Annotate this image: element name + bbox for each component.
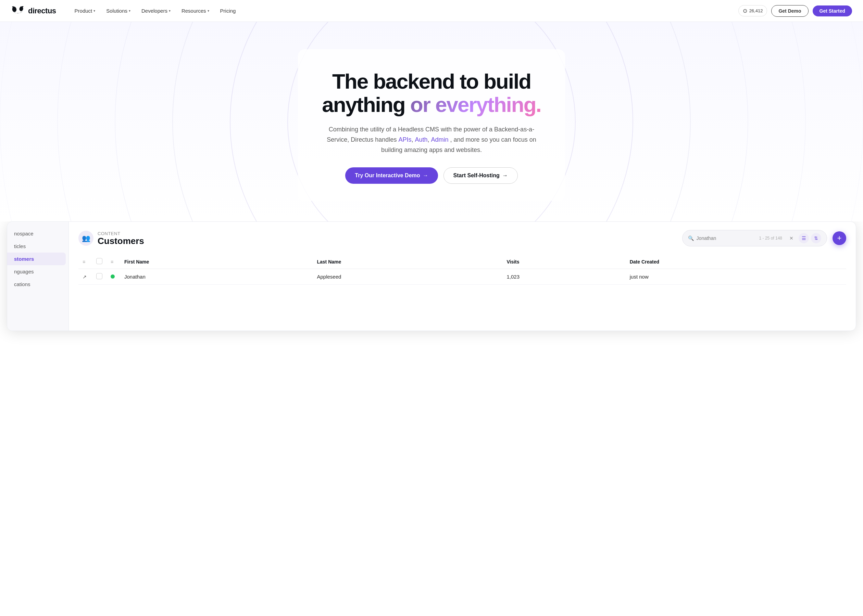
add-record-button[interactable]: + <box>833 231 846 245</box>
table-row[interactable]: ↗ Jonathan Appleseed 1,023 just now <box>79 269 846 285</box>
content-title: Customers <box>98 236 144 246</box>
nav-right: ⊙ 26,412 Get Demo Get Started <box>739 5 852 17</box>
sort-icon: ⇅ <box>814 236 818 241</box>
content-label: Content <box>98 231 144 236</box>
col-first-name[interactable]: First Name <box>120 255 313 269</box>
row-last-name: Appleseed <box>313 269 502 285</box>
col-date-created[interactable]: Date Created <box>626 255 846 269</box>
hero-buttons: Try Our Interactive Demo → Start Self-Ho… <box>318 167 545 184</box>
hero-title-gradient: or everything. <box>410 93 541 116</box>
col-drag: ≡ <box>79 255 92 269</box>
github-badge[interactable]: ⊙ 26,412 <box>739 5 767 16</box>
col-checkbox[interactable] <box>92 255 107 269</box>
navbar: directus Product ▾ Solutions ▾ Developer… <box>0 0 863 22</box>
logo-text: directus <box>28 6 56 16</box>
chevron-down-icon: ▾ <box>93 9 95 13</box>
header-actions: 🔍 1 - 25 of 148 ✕ ☰ ⇅ <box>682 230 846 247</box>
status-dot <box>110 275 115 278</box>
hero-card: The backend to build anything or everyth… <box>298 49 565 201</box>
arrow-right-icon: → <box>423 173 428 179</box>
drag-icon: ≡ <box>82 259 85 264</box>
logo[interactable]: directus <box>11 6 56 16</box>
status-header-icon: ≡ <box>110 259 113 264</box>
auth-link[interactable]: Auth <box>415 136 427 143</box>
row-date-created: just now <box>626 269 846 285</box>
sidebar-item-nospace[interactable]: nospace <box>7 227 68 240</box>
search-meta: 1 - 25 of 148 <box>759 236 782 240</box>
hero-title: The backend to build anything or everyth… <box>318 70 545 116</box>
chevron-down-icon: ▾ <box>129 9 131 13</box>
col-status-header: ≡ <box>107 255 120 269</box>
search-input[interactable] <box>696 236 756 241</box>
apis-link[interactable]: APIs <box>398 136 411 143</box>
row-first-name: Jonathan <box>120 269 313 285</box>
content-header: 👥 Content Customers 🔍 1 - 25 of 148 ✕ <box>79 230 846 247</box>
clear-search-button[interactable]: ✕ <box>786 233 797 243</box>
sidebar-item-customers[interactable]: stomers <box>7 253 66 265</box>
customers-table: ≡ ≡ First Name Last Name <box>79 255 846 285</box>
filter-icon: ☰ <box>802 236 806 241</box>
filter-button[interactable]: ☰ <box>798 233 809 243</box>
nav-solutions[interactable]: Solutions ▾ <box>101 5 135 16</box>
cursor-icon: ↗ <box>82 274 87 280</box>
chevron-down-icon: ▾ <box>208 9 209 13</box>
github-count: 26,412 <box>749 8 763 13</box>
sort-button[interactable]: ⇅ <box>811 233 821 243</box>
col-visits[interactable]: Visits <box>502 255 625 269</box>
sidebar: nospace ticles stomers nguages cations <box>7 222 69 331</box>
get-demo-button[interactable]: Get Demo <box>771 5 808 17</box>
select-all-checkbox[interactable] <box>96 258 102 264</box>
demo-section: nospace ticles stomers nguages cations 👥 <box>0 222 863 352</box>
nav-resources[interactable]: Resources ▾ <box>177 5 214 16</box>
sidebar-item-languages[interactable]: nguages <box>7 265 68 278</box>
github-icon: ⊙ <box>743 8 747 14</box>
sidebar-item-articles[interactable]: ticles <box>7 240 68 253</box>
content-icon: 👥 <box>79 231 93 246</box>
row-visits: 1,023 <box>502 269 625 285</box>
self-host-button[interactable]: Start Self-Hosting → <box>444 167 518 184</box>
chevron-down-icon: ▾ <box>169 9 170 13</box>
demo-container: nospace ticles stomers nguages cations 👥 <box>7 222 856 331</box>
col-last-name[interactable]: Last Name <box>313 255 502 269</box>
nav-developers[interactable]: Developers ▾ <box>137 5 175 16</box>
hero-section: The backend to build anything or everyth… <box>0 22 863 222</box>
row-checkbox-cell[interactable] <box>92 269 107 285</box>
nav-pricing[interactable]: Pricing <box>216 5 241 16</box>
content-title-text: Content Customers <box>98 231 144 246</box>
arrow-right-icon: → <box>502 173 508 179</box>
sidebar-item-locations[interactable]: cations <box>7 278 68 291</box>
try-demo-button[interactable]: Try Our Interactive Demo → <box>345 167 438 184</box>
row-status-cell <box>107 269 120 285</box>
admin-link[interactable]: Admin <box>431 136 448 143</box>
people-icon: 👥 <box>82 234 90 242</box>
get-started-button[interactable]: Get Started <box>813 5 852 16</box>
content-title-group: 👥 Content Customers <box>79 231 144 246</box>
main-content: 👥 Content Customers 🔍 1 - 25 of 148 ✕ <box>69 222 856 331</box>
row-navigate: ↗ <box>79 269 92 285</box>
logo-icon <box>11 6 25 16</box>
hero-subtitle: Combining the utility of a Headless CMS … <box>325 124 538 155</box>
row-checkbox[interactable] <box>96 273 102 279</box>
search-actions: ✕ ☰ ⇅ <box>786 233 821 243</box>
search-icon: 🔍 <box>688 236 694 241</box>
nav-links: Product ▾ Solutions ▾ Developers ▾ Resou… <box>70 5 739 16</box>
nav-product[interactable]: Product ▾ <box>70 5 100 16</box>
search-bar: 🔍 1 - 25 of 148 ✕ ☰ ⇅ <box>682 230 827 247</box>
